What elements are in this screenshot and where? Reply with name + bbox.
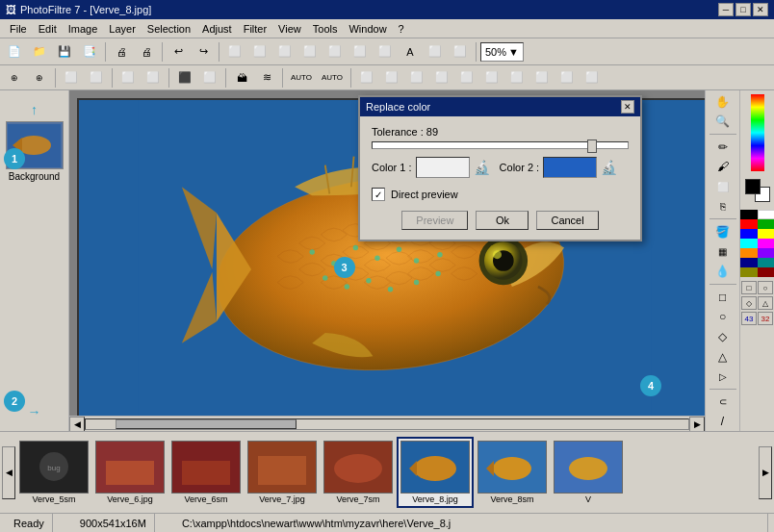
cancel-button[interactable]: Cancel bbox=[536, 211, 598, 230]
tolerance-slider-track[interactable] bbox=[372, 141, 629, 149]
tb-btn-j[interactable]: ⬜ bbox=[449, 41, 472, 63]
pal-magenta[interactable] bbox=[758, 239, 775, 248]
save-as-button[interactable]: 📑 bbox=[78, 41, 101, 63]
tb2-btn-c[interactable]: ⬜ bbox=[60, 67, 83, 89]
brush-tool[interactable]: 🖌 bbox=[710, 158, 736, 177]
tb2-btn-s[interactable]: ⬜ bbox=[555, 67, 579, 89]
menu-adjust[interactable]: Adjust bbox=[196, 22, 238, 36]
tb2-btn-f[interactable]: ⬜ bbox=[142, 67, 165, 89]
tolerance-slider-thumb[interactable] bbox=[587, 139, 597, 153]
sh4[interactable]: △ bbox=[758, 296, 773, 310]
tb-btn-e[interactable]: ⬜ bbox=[323, 41, 347, 63]
print-button[interactable]: 🖨 bbox=[110, 41, 133, 63]
line-tool[interactable]: / bbox=[710, 412, 736, 431]
move-tool[interactable]: ✋ bbox=[710, 92, 736, 112]
minimize-button[interactable]: ─ bbox=[718, 3, 734, 16]
canvas-scroll-area[interactable]: 3 Replace color ✕ Tolerance : 89 bbox=[69, 90, 705, 416]
pal-teal[interactable] bbox=[758, 258, 775, 267]
thumb-verve8jpg[interactable]: Verve_8.jpg bbox=[397, 437, 474, 508]
fg-bg-colors[interactable] bbox=[743, 177, 772, 204]
auto2-btn[interactable]: AUTO bbox=[318, 67, 347, 89]
menu-image[interactable]: Image bbox=[63, 22, 104, 36]
pal-maroon[interactable] bbox=[758, 267, 775, 277]
dialog-close-button[interactable]: ✕ bbox=[621, 100, 634, 114]
pal-yellow[interactable] bbox=[758, 229, 775, 239]
ok-button[interactable]: Ok bbox=[476, 211, 529, 230]
zoom-tool[interactable]: 🔍 bbox=[710, 113, 736, 132]
tb2-btn-n[interactable]: ⬜ bbox=[430, 67, 453, 89]
tb2-btn-i[interactable]: 🏔 bbox=[230, 67, 253, 89]
pencil-tool[interactable]: ✏ bbox=[710, 138, 736, 157]
clone-tool[interactable]: ⎘ bbox=[710, 197, 736, 216]
menu-tools[interactable]: Tools bbox=[307, 22, 344, 36]
pal-olive[interactable] bbox=[740, 267, 758, 277]
hscroll-left[interactable]: ◀ bbox=[69, 417, 85, 432]
close-button[interactable]: ✕ bbox=[753, 3, 768, 16]
color2-swatch[interactable] bbox=[543, 157, 597, 178]
tb-btn-h[interactable]: A bbox=[399, 41, 422, 63]
poly-tool[interactable]: ◇ bbox=[710, 327, 736, 346]
tb2-btn-j[interactable]: ≋ bbox=[255, 67, 278, 89]
new-button[interactable]: 📄 bbox=[3, 41, 26, 63]
thumb-scroll-left[interactable]: ◀ bbox=[2, 446, 15, 499]
lasso-tool[interactable]: ⊂ bbox=[710, 393, 736, 412]
color1-eyedropper[interactable]: 🔬 bbox=[474, 160, 490, 175]
direct-preview-checkbox[interactable]: ✓ bbox=[372, 188, 385, 201]
tb-btn-a[interactable]: ⬜ bbox=[223, 41, 246, 63]
color-gradient-vertical[interactable] bbox=[751, 94, 764, 171]
sh5[interactable]: 43 bbox=[741, 312, 757, 325]
pal-cyan[interactable] bbox=[740, 239, 758, 248]
tb2-btn-g[interactable]: ⬛ bbox=[173, 67, 196, 89]
thumb-verve6jpg[interactable]: Verve_6.jpg bbox=[92, 438, 168, 507]
open-button[interactable]: 📁 bbox=[28, 41, 51, 63]
maximize-button[interactable]: □ bbox=[735, 3, 751, 16]
hscroll-right[interactable]: ▶ bbox=[689, 417, 705, 432]
color2-dropdown[interactable] bbox=[544, 158, 596, 177]
tb2-btn-h[interactable]: ⬜ bbox=[198, 67, 221, 89]
menu-filter[interactable]: Filter bbox=[238, 22, 272, 36]
thumb-scroll-right[interactable]: ▶ bbox=[759, 446, 772, 499]
thumb-verve6sm[interactable]: Verve_6sm bbox=[168, 438, 244, 507]
pal-purple[interactable] bbox=[758, 248, 775, 258]
menu-view[interactable]: View bbox=[272, 22, 307, 36]
tb-btn-d[interactable]: ⬜ bbox=[298, 41, 322, 63]
color1-dropdown[interactable] bbox=[417, 158, 469, 177]
pal-black[interactable] bbox=[740, 210, 758, 219]
auto1-btn[interactable]: AUTO bbox=[287, 67, 316, 89]
thumb-verve7jpg[interactable]: Verve_7.jpg bbox=[245, 438, 320, 507]
tb-btn-b[interactable]: ⬜ bbox=[248, 41, 271, 63]
thumb-verve7sm[interactable]: Verve_7sm bbox=[321, 438, 396, 507]
dialog-titlebar[interactable]: Replace color ✕ bbox=[360, 97, 640, 116]
menu-layer[interactable]: Layer bbox=[103, 22, 142, 36]
tri-tool[interactable]: △ bbox=[710, 347, 736, 367]
ellipse-tool[interactable]: ○ bbox=[710, 308, 736, 327]
tb2-btn-d[interactable]: ⬜ bbox=[85, 67, 108, 89]
tb2-btn-r[interactable]: ⬜ bbox=[530, 67, 554, 89]
thumb-verve8sm[interactable]: Verve_8sm bbox=[475, 438, 550, 507]
horizontal-scrollbar[interactable]: ◀ ▶ bbox=[69, 416, 705, 431]
tb2-btn-l[interactable]: ⬜ bbox=[380, 67, 403, 89]
save-button[interactable]: 💾 bbox=[53, 41, 76, 63]
menu-selection[interactable]: Selection bbox=[142, 22, 196, 36]
sh1[interactable]: □ bbox=[741, 281, 757, 294]
sh6[interactable]: 32 bbox=[758, 312, 773, 325]
menu-window[interactable]: Window bbox=[343, 22, 392, 36]
tb-btn-g[interactable]: ⬜ bbox=[374, 41, 397, 63]
tb-btn-c[interactable]: ⬜ bbox=[273, 41, 297, 63]
undo-button[interactable]: ↩ bbox=[167, 41, 190, 63]
tb2-btn-e[interactable]: ⬜ bbox=[116, 67, 140, 89]
redo-button[interactable]: ↪ bbox=[192, 41, 215, 63]
thumb-verve5sm[interactable]: bug Verve_5sm bbox=[16, 438, 91, 507]
hscroll-thumb[interactable] bbox=[116, 419, 297, 429]
menu-help[interactable]: ? bbox=[393, 22, 410, 36]
pal-orange[interactable] bbox=[740, 248, 758, 258]
pal-navy[interactable] bbox=[740, 258, 758, 267]
eraser-tool[interactable]: ⬜ bbox=[710, 177, 736, 196]
tb-btn-i[interactable]: ⬜ bbox=[424, 41, 447, 63]
color1-swatch[interactable] bbox=[416, 157, 470, 178]
pal-red[interactable] bbox=[740, 219, 758, 229]
pal-white[interactable] bbox=[758, 210, 775, 219]
menu-edit[interactable]: Edit bbox=[33, 22, 63, 36]
tb2-btn-k[interactable]: ⬜ bbox=[355, 67, 378, 89]
color2-eyedropper[interactable]: 🔬 bbox=[601, 160, 617, 175]
